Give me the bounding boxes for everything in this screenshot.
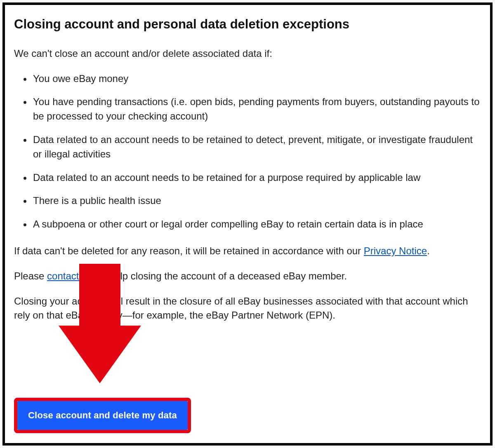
- close-account-button[interactable]: Close account and delete my data: [17, 401, 188, 430]
- page-heading: Closing account and personal data deleti…: [14, 16, 481, 33]
- closure-para: Closing your account will result in the …: [14, 294, 481, 323]
- cta-highlight-box: Close account and delete my data: [14, 398, 191, 433]
- contact-us-link[interactable]: contact us: [47, 270, 92, 281]
- contact-para: Please contact us for help closing the a…: [14, 269, 481, 284]
- text: for help closing the account of a deceas…: [92, 270, 347, 281]
- list-item: You have pending transactions (i.e. open…: [32, 95, 481, 124]
- list-item: You owe eBay money: [32, 72, 481, 86]
- content-frame: Closing account and personal data deleti…: [2, 2, 493, 446]
- list-item: A subpoena or other court or legal order…: [32, 217, 481, 232]
- list-item: Data related to an account needs to be r…: [32, 133, 481, 162]
- list-item: There is a public health issue: [32, 194, 481, 208]
- privacy-notice-para: If data can't be deleted for any reason,…: [14, 244, 481, 258]
- privacy-notice-link[interactable]: Privacy Notice: [364, 245, 427, 256]
- text: If data can't be deleted for any reason,…: [14, 245, 364, 256]
- lead-text: We can't close an account and/or delete …: [14, 47, 481, 61]
- text: Please: [14, 270, 47, 281]
- text: .: [427, 245, 430, 256]
- list-item: Data related to an account needs to be r…: [32, 171, 481, 185]
- exceptions-list: You owe eBay money You have pending tran…: [14, 72, 481, 232]
